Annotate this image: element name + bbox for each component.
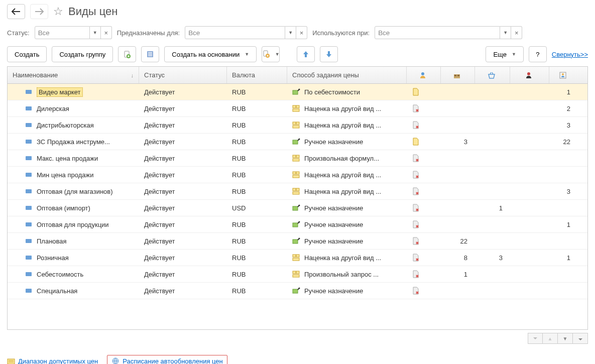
help-button[interactable]: ? bbox=[529, 46, 547, 62]
price-types-table: Наименование↓ Статус Валюта Способ задан… bbox=[7, 66, 588, 330]
filter-used-clear[interactable]: × bbox=[511, 26, 522, 39]
row-c5: 2 bbox=[549, 102, 578, 115]
table-row[interactable]: ДистрибьюторскаяДействуетRUBНаценка на д… bbox=[8, 117, 587, 134]
item-icon bbox=[26, 289, 32, 293]
svg-rect-41 bbox=[293, 271, 296, 274]
col-basket[interactable] bbox=[475, 67, 510, 83]
row-c1 bbox=[407, 201, 441, 215]
range-link[interactable]: Диапазон допустимых цен bbox=[18, 357, 98, 365]
row-c5 bbox=[549, 155, 578, 161]
list-button[interactable] bbox=[141, 46, 159, 62]
nav-next[interactable]: ▼ bbox=[558, 333, 573, 344]
copy-button[interactable] bbox=[118, 46, 136, 62]
row-c3 bbox=[475, 122, 510, 128]
row-method: Ручное назначение bbox=[287, 201, 407, 215]
favorite-star-icon[interactable]: ☆ bbox=[53, 5, 63, 18]
filter-designated-label: Предназначены для: bbox=[117, 29, 180, 37]
nav-prev[interactable]: ▲ bbox=[543, 333, 558, 344]
create-button[interactable]: Создать bbox=[7, 46, 47, 62]
filter-used-dropdown[interactable]: ▼ bbox=[500, 26, 511, 39]
svg-rect-43 bbox=[293, 275, 299, 277]
col-warehouse[interactable] bbox=[441, 67, 475, 83]
row-c2: 22 bbox=[441, 234, 475, 248]
nav-last[interactable] bbox=[573, 333, 588, 344]
col-currency[interactable]: Валюта bbox=[227, 67, 287, 83]
table-row[interactable]: Мин цена продажиДействуетRUBНаценка на д… bbox=[8, 167, 587, 183]
col-status[interactable]: Статус bbox=[139, 67, 227, 83]
filter-designated-clear[interactable]: × bbox=[296, 26, 307, 39]
row-method: Ручное назначение bbox=[287, 217, 407, 231]
method-icon bbox=[292, 88, 300, 96]
filter-used-input[interactable] bbox=[375, 26, 500, 39]
table-row[interactable]: ДилерскаяДействуетRUBНаценка на другой в… bbox=[8, 100, 587, 117]
row-c2 bbox=[441, 221, 475, 227]
move-down-button[interactable] bbox=[320, 46, 338, 62]
row-c4 bbox=[510, 288, 549, 294]
filter-designated-input[interactable] bbox=[185, 26, 285, 39]
row-currency: RUB bbox=[227, 168, 287, 182]
svg-rect-26 bbox=[293, 172, 296, 174]
svg-rect-17 bbox=[293, 109, 299, 111]
svg-rect-16 bbox=[296, 105, 299, 108]
row-method: Ручное назначение bbox=[287, 234, 407, 248]
table-row[interactable]: РозничнаяДействуетRUBНаценка на другой в… bbox=[8, 250, 587, 266]
filter-status-dropdown[interactable]: ▼ bbox=[90, 26, 101, 39]
filter-status-clear[interactable]: × bbox=[101, 26, 112, 39]
table-row[interactable]: ПлановаяДействуетRUBРучное назначение22 bbox=[8, 233, 587, 250]
doc-icon bbox=[412, 88, 420, 96]
row-c1 bbox=[407, 151, 441, 165]
row-c3 bbox=[475, 288, 510, 294]
col-name[interactable]: Наименование↓ bbox=[8, 67, 139, 83]
svg-point-35 bbox=[299, 221, 300, 223]
row-c1 bbox=[407, 135, 441, 149]
svg-rect-23 bbox=[293, 155, 296, 158]
header: ☆ Виды цен bbox=[0, 0, 595, 23]
row-c2 bbox=[441, 288, 475, 294]
nav-forward-button[interactable] bbox=[30, 4, 48, 19]
manager-icon bbox=[525, 71, 533, 79]
row-c2 bbox=[441, 205, 475, 211]
row-c3: 3 bbox=[475, 251, 510, 265]
row-method: Произвольный запрос ... bbox=[287, 267, 407, 281]
item-icon bbox=[26, 173, 32, 177]
schedule-link[interactable]: Расписание автообновления цен bbox=[123, 357, 222, 365]
svg-point-45 bbox=[299, 288, 300, 289]
svg-rect-21 bbox=[293, 140, 298, 144]
row-c2 bbox=[441, 105, 475, 111]
chevron-down-icon: ▼ bbox=[275, 52, 280, 57]
col-person[interactable] bbox=[407, 67, 441, 83]
schedule-link-item[interactable]: Расписание автообновления цен bbox=[107, 355, 227, 364]
range-link-item[interactable]: Диапазон допустимых цен bbox=[7, 357, 98, 364]
filter-status-input[interactable] bbox=[35, 26, 90, 39]
move-up-button[interactable] bbox=[297, 46, 315, 62]
row-c4 bbox=[510, 139, 549, 145]
table-row[interactable]: Макс. цена продажиДействуетRUBПроизвольн… bbox=[8, 150, 587, 167]
row-name: Оптовая (импорт) bbox=[37, 204, 90, 212]
method-icon bbox=[292, 104, 300, 112]
col-manager[interactable] bbox=[510, 67, 549, 83]
table-row[interactable]: Оптовая (импорт)ДействуетUSDРучное назна… bbox=[8, 200, 587, 216]
filters-bar: Статус: ▼ × Предназначены для: ▼ × Испол… bbox=[0, 23, 595, 42]
doc-icon bbox=[412, 204, 420, 212]
reports-button[interactable]: ▼ bbox=[262, 46, 280, 62]
more-button[interactable]: Еще▼ bbox=[486, 46, 523, 62]
table-row[interactable]: СпециальнаяДействуетRUBРучное назначение bbox=[8, 283, 587, 299]
svg-rect-40 bbox=[293, 258, 299, 261]
basket-icon bbox=[488, 71, 496, 79]
table-row[interactable]: ЗС Продажа инструме...ДействуетRUBРучное… bbox=[8, 134, 587, 150]
filter-designated-dropdown[interactable]: ▼ bbox=[285, 26, 296, 39]
nav-back-button[interactable] bbox=[7, 4, 25, 19]
nav-first[interactable] bbox=[528, 333, 543, 344]
col-method[interactable]: Способ задания цены bbox=[287, 67, 407, 83]
col-client[interactable] bbox=[549, 67, 578, 83]
create-based-button[interactable]: Создать на основании▼ bbox=[164, 46, 257, 62]
table-row[interactable]: Оптовая для продукцииДействуетRUBРучное … bbox=[8, 216, 587, 233]
table-row[interactable]: Оптовая (для магазинов)ДействуетRUBНацен… bbox=[8, 183, 587, 200]
collapse-link[interactable]: Свернуть>> bbox=[552, 51, 588, 58]
row-c1 bbox=[407, 284, 441, 298]
create-group-button[interactable]: Создать группу bbox=[52, 46, 113, 62]
table-row[interactable]: СебестоимостьДействуетRUBПроизвольный за… bbox=[8, 266, 587, 283]
table-row[interactable]: Видео маркетДействуетRUBПо себестоимости… bbox=[8, 84, 587, 100]
row-c2 bbox=[441, 172, 475, 178]
row-currency: RUB bbox=[227, 185, 287, 198]
